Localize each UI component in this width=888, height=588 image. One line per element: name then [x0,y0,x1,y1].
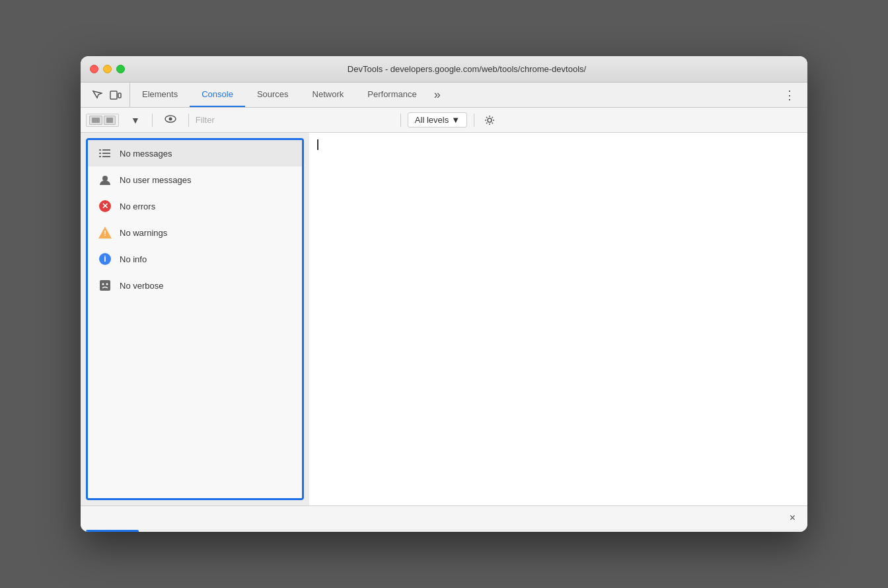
tab-performance[interactable]: Performance [355,83,428,107]
no-verbose-label: No verbose [120,281,163,291]
inspect-icon[interactable] [90,88,104,102]
svg-rect-5 [99,149,101,151]
svg-rect-9 [99,156,101,157]
more-tabs-button[interactable]: » [429,83,446,107]
dropdown-item-no-errors[interactable]: ✕ No errors [88,193,302,219]
levels-arrow-icon: ▼ [451,115,460,125]
close-console-button[interactable]: × [787,509,798,527]
messages-dropdown-button[interactable]: ▼ [126,113,145,128]
no-warnings-label: No warnings [120,228,167,238]
dropdown-item-no-verbose[interactable]: No verbose [88,272,302,299]
toolbar-icons [83,83,130,107]
minimize-button[interactable] [103,65,112,73]
svg-rect-10 [102,156,110,157]
console-cursor [317,139,318,150]
eye-icon[interactable] [159,112,182,129]
bottom-bar: × [81,505,807,529]
verbose-icon [98,279,112,292]
svg-point-4 [488,118,492,122]
svg-rect-12 [100,280,110,291]
list-icon [98,147,112,160]
no-errors-label: No errors [120,202,155,211]
tab-console[interactable]: Console [190,83,245,107]
window-title: DevTools - developers.google.com/web/too… [135,64,798,74]
dropdown-item-no-info[interactable]: i No info [88,246,302,272]
dropdown-item-no-messages[interactable]: No messages [88,140,302,166]
close-button[interactable] [90,65,98,73]
svg-point-3 [168,117,172,120]
svg-point-11 [102,176,108,181]
info-icon: i [98,252,112,266]
tab-elements[interactable]: Elements [130,83,190,107]
svg-rect-8 [102,153,110,154]
svg-rect-7 [99,153,101,154]
tab-sources[interactable]: Sources [245,83,301,107]
device-toggle-icon[interactable] [108,88,123,102]
devtools-window: DevTools - developers.google.com/web/too… [81,56,807,532]
svg-point-13 [102,283,104,285]
no-user-messages-label: No user messages [120,175,191,185]
svg-point-14 [106,283,108,285]
dropdown-item-no-warnings[interactable]: No warnings [88,219,302,246]
console-toolbar: ▼ All levels ▼ [81,108,807,133]
tab-bar-right: ⋮ [778,83,807,107]
tab-bar: Elements Console Sources Network Perform… [81,83,807,108]
no-info-label: No info [120,254,147,264]
bottom-nav [81,529,807,532]
kebab-menu-button[interactable]: ⋮ [778,85,801,105]
toolbar-divider [152,114,153,127]
no-messages-label: No messages [120,149,172,159]
console-output[interactable] [309,133,807,505]
dropdown-item-no-user-messages[interactable]: No user messages [88,166,302,193]
svg-rect-6 [102,149,110,151]
tab-network[interactable]: Network [301,83,356,107]
dropdown-arrow-icon: ▼ [131,115,140,126]
svg-rect-0 [110,91,117,99]
title-bar: DevTools - developers.google.com/web/too… [81,56,807,83]
console-main: No messages No user messages ✕ No errors [81,133,807,505]
toolbar-divider-3 [400,114,401,127]
warning-icon [98,226,112,239]
error-icon: ✕ [98,200,112,213]
levels-dropdown-panel: No messages No user messages ✕ No errors [86,138,304,500]
user-icon [98,173,112,186]
levels-dropdown[interactable]: All levels ▼ [408,112,467,128]
traffic-lights [90,65,125,73]
bottom-nav-indicator [86,530,139,532]
toolbar-divider-4 [474,114,474,127]
settings-button[interactable] [481,112,498,129]
toolbar-divider-2 [188,114,189,127]
svg-rect-1 [118,93,121,98]
filter-input[interactable] [196,112,394,128]
maximize-button[interactable] [116,65,125,73]
